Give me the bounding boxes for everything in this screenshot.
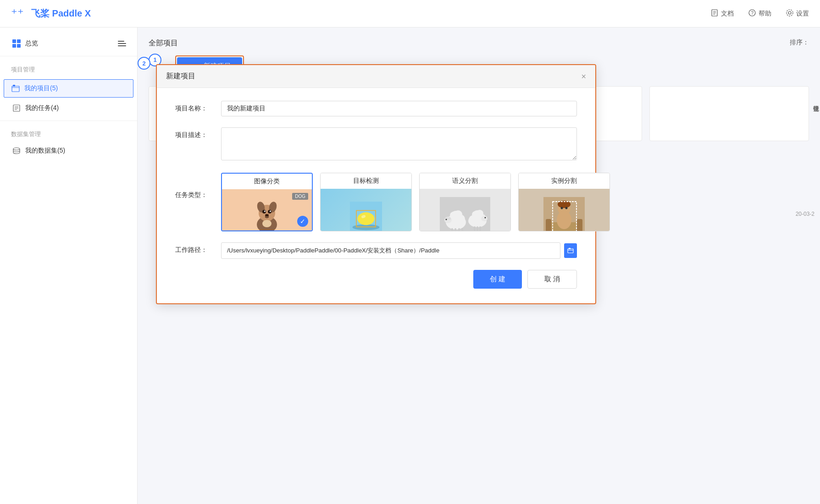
sidebar-divider-2 <box>0 121 137 121</box>
svg-rect-70 <box>569 248 571 249</box>
semantic-illustration <box>440 197 490 231</box>
svg-point-29 <box>357 212 374 225</box>
task-type-cards: 图像分类 <box>221 173 610 231</box>
top-nav: ⁺⁺ 飞桨 Paddle X 文档 ? 帮助 设置 <box>0 0 820 27</box>
topnav-right: 文档 ? 帮助 设置 <box>711 9 809 18</box>
svg-point-15 <box>13 148 20 150</box>
svg-point-24 <box>270 211 271 212</box>
svg-point-8 <box>787 10 793 16</box>
dialog-header: 新建项目 × <box>157 65 595 88</box>
task-card-semantic-seg-label: 语义分割 <box>420 173 510 189</box>
project-card-4[interactable] <box>649 86 809 141</box>
dialog-footer: 创 建 取 消 <box>175 270 577 292</box>
svg-point-25 <box>265 214 269 217</box>
dialog-close-button[interactable]: × <box>581 72 586 81</box>
dialog-title: 新建项目 <box>166 71 195 81</box>
sidebar: 总览 项目管理 我的项目(5) 我的任务(4) 数据集管理 <box>0 27 138 504</box>
svg-point-41 <box>448 217 451 220</box>
sidebar-item-my-projects[interactable]: 我的项目(5) <box>4 79 133 98</box>
sidebar-divider-1 <box>0 56 137 56</box>
my-datasets-label: 我的数据集(5) <box>25 147 65 155</box>
svg-rect-56 <box>476 226 478 231</box>
main-content: 全部项目 1 ＋ + 新建项目 排序： 像进行视 20-03-2 <box>138 27 820 504</box>
settings-label: 设置 <box>796 10 809 18</box>
project-name-label: 项目名称： <box>175 101 221 113</box>
work-path-browse-button[interactable] <box>564 243 577 258</box>
my-tasks-label: 我的任务(4) <box>25 104 59 112</box>
work-path-row-inner: /Users/lvxueying/Desktop/PaddlePaddle/00… <box>221 242 577 259</box>
sidebar-item-my-tasks[interactable]: 我的任务(4) <box>0 99 137 117</box>
doc-icon <box>711 9 718 18</box>
logo: ⁺⁺ 飞桨 Paddle X <box>11 5 91 22</box>
task-type-label: 任务类型： <box>175 173 221 199</box>
dog-illustration <box>246 197 288 231</box>
work-path-input-wrap: /Users/lvxueying/Desktop/PaddlePaddle/00… <box>221 242 577 259</box>
cancel-button[interactable]: 取 消 <box>527 270 577 289</box>
work-path-label: 工作路径： <box>175 242 221 254</box>
doc-nav-item[interactable]: 文档 <box>711 9 734 18</box>
sort-label: 排序： <box>790 38 809 47</box>
svg-rect-55 <box>474 226 476 231</box>
task-card-target-detect-img <box>321 189 411 231</box>
task-type-cards-wrap: 图像分类 <box>221 173 610 231</box>
help-label: 帮助 <box>759 10 771 18</box>
task-card-image-classify-label: 图像分类 <box>222 174 312 189</box>
svg-point-67 <box>565 207 568 209</box>
svg-rect-57 <box>479 226 481 231</box>
create-button[interactable]: 创 建 <box>473 270 522 289</box>
work-path-row: 工作路径： /Users/lvxueying/Desktop/PaddlePad… <box>175 242 577 259</box>
settings-nav-item[interactable]: 设置 <box>786 9 809 18</box>
task-card-instance-seg[interactable]: 实例分割 <box>518 173 610 231</box>
svg-point-39 <box>444 217 452 223</box>
selected-checkmark: ✓ <box>297 216 308 227</box>
dialog-body: 项目名称： 项目描述： 任务类型： <box>157 88 595 303</box>
help-nav-item[interactable]: ? 帮助 <box>748 9 771 18</box>
task-card-instance-seg-label: 实例分割 <box>519 173 609 189</box>
lemon-illustration <box>350 202 382 231</box>
svg-point-26 <box>262 220 271 227</box>
svg-point-42 <box>446 219 447 220</box>
sidebar-item-overview[interactable]: 总览 <box>0 35 137 52</box>
my-tasks-icon <box>12 104 21 112</box>
instance-illustration <box>543 197 585 231</box>
dataset-mgmt-title: 数据集管理 <box>0 125 137 142</box>
project-desc-label: 项目描述： <box>175 127 221 139</box>
task-card-target-detect[interactable]: 目标检测 <box>320 173 412 231</box>
dog-label-badge: DOG <box>292 193 308 200</box>
svg-point-54 <box>485 217 486 219</box>
svg-point-22 <box>268 210 271 214</box>
svg-rect-68 <box>568 249 573 253</box>
task-card-semantic-seg-img <box>420 189 510 231</box>
svg-point-38 <box>456 214 465 224</box>
settings-icon <box>786 9 793 18</box>
svg-point-7 <box>788 11 791 14</box>
logo-text: 飞桨 Paddle X <box>31 7 91 20</box>
project-name-input[interactable] <box>221 101 577 116</box>
logo-icon: ⁺⁺ <box>11 5 28 22</box>
overview-icon <box>12 39 21 48</box>
svg-rect-61 <box>577 219 582 231</box>
project-mgmt-title: 项目管理 <box>0 60 137 77</box>
step2-circle: 2 <box>138 57 150 70</box>
project-desc-row: 项目描述： <box>175 127 577 162</box>
svg-rect-9 <box>12 86 19 92</box>
task-card-image-classify[interactable]: 图像分类 <box>221 173 313 231</box>
project-desc-input[interactable] <box>221 127 577 160</box>
svg-point-23 <box>264 211 266 212</box>
svg-text:⁺⁺: ⁺⁺ <box>11 6 24 20</box>
svg-rect-10 <box>13 85 15 87</box>
project-desc-input-wrap <box>221 127 577 162</box>
svg-rect-46 <box>461 228 463 231</box>
hamburger-icon[interactable] <box>118 41 126 46</box>
breadcrumb: 全部项目 <box>149 38 809 48</box>
task-card-semantic-seg[interactable]: 语义分割 <box>419 173 511 231</box>
svg-point-51 <box>469 215 476 223</box>
svg-rect-45 <box>458 228 460 231</box>
browse-icon <box>567 247 574 254</box>
task-card-instance-seg-img <box>519 189 609 231</box>
sidebar-item-my-datasets[interactable]: 我的数据集(5) <box>0 142 137 159</box>
svg-point-66 <box>561 207 563 209</box>
task-card-target-detect-label: 目标检测 <box>321 173 411 189</box>
svg-text:?: ? <box>751 11 754 16</box>
doc-label: 文档 <box>721 10 734 18</box>
